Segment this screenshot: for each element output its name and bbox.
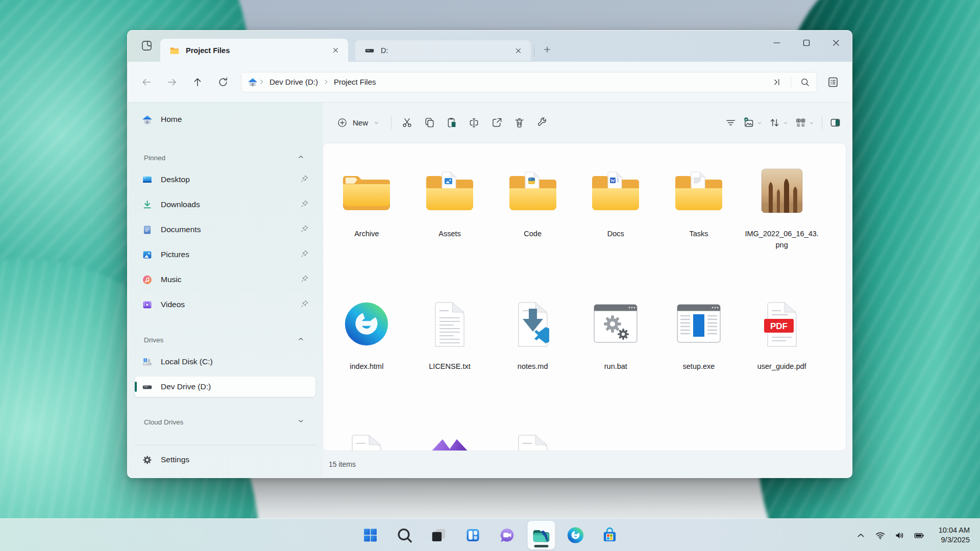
drive-win-icon [142,357,153,367]
file-icon-box [666,162,732,215]
file-item[interactable]: Docs [574,162,657,294]
sidebar-section-drives[interactable]: Drives [135,330,315,350]
file-item[interactable]: IMG_2022_06_16_43.png [740,162,823,294]
back-button[interactable] [136,71,157,93]
sidebar-item-pictures[interactable]: Pictures [135,244,315,265]
tb-search-icon [396,527,413,544]
file-item[interactable]: index.html [325,294,408,427]
file-name: Code [524,228,542,239]
file-item-partial[interactable] [491,427,574,451]
refresh-button[interactable] [212,71,234,93]
new-tab-button[interactable] [538,41,556,58]
sidebar-item-dev-drive-d[interactable]: Dev Drive (D:) [135,377,315,397]
paste-button[interactable] [440,113,463,133]
forward-button[interactable] [161,71,183,93]
sidebar-gap [133,134,318,147]
tab-list-icon [141,40,153,52]
tray-battery-button[interactable] [910,524,928,546]
command-list-button[interactable] [822,71,844,93]
filter-icon [725,117,737,129]
sidebar-item-downloads[interactable]: Downloads [135,194,315,215]
document-icon [142,224,153,235]
file-item[interactable]: Code [491,162,574,294]
file-item[interactable]: LICENSE.txt [408,294,492,427]
layout-grid-button[interactable] [792,113,818,133]
sidebar-item-label: Documents [161,225,201,234]
minimize-button[interactable] [762,31,792,55]
close-icon [830,37,842,48]
chat-icon [499,527,516,544]
tab-project-files[interactable]: Project Files [160,39,348,62]
rename-button[interactable] [463,113,485,133]
goto-end-button[interactable] [768,74,786,90]
filter-button[interactable] [722,113,740,133]
pin-icon-wrap [300,299,309,310]
tray-chevron-button[interactable] [852,524,870,546]
details-pane-icon [829,117,841,129]
view-image-check-icon [743,117,754,129]
file-item-partial[interactable]: { } [325,427,408,451]
tab-d-[interactable]: D: [355,40,531,61]
file-item[interactable]: run.bat [574,294,657,427]
sidebar-item-settings[interactable]: Settings [135,449,315,470]
file-item[interactable]: Archive [325,162,408,294]
taskbar-file-explorer-button[interactable] [528,521,555,549]
sidebar-item-local-disk-c[interactable]: Local Disk (C:) [135,352,315,372]
file-item[interactable]: notes.md [491,294,574,427]
delete-button[interactable] [508,113,530,133]
download-icon [142,199,153,210]
up-button[interactable] [187,71,208,93]
file-item[interactable]: setup.exe [657,294,741,427]
new-button[interactable]: New [331,112,387,134]
sidebar-divider [135,445,316,445]
clock[interactable]: 10:04 AM 9/3/2025 [935,523,974,547]
file-item-partial[interactable] [408,427,492,451]
taskbar-chat-button[interactable] [494,521,521,549]
tab-strip: Project FilesD: [128,31,852,62]
sidebar-section-pinned[interactable]: Pinned [135,147,315,168]
tray-volume-button[interactable] [891,524,909,546]
window-controls [762,31,851,55]
sidebar-item-videos[interactable]: Videos [135,294,315,315]
cut-button[interactable] [396,113,418,133]
tab-close-button[interactable] [510,43,526,58]
maximize-button[interactable] [792,31,821,55]
file-item[interactable]: Tasks [657,162,741,294]
sidebar-item-home[interactable]: Home [135,109,315,130]
sort-button[interactable] [766,113,792,133]
folder-tab-icon [169,45,180,56]
taskbar-search-button[interactable] [391,521,419,549]
close-button[interactable] [821,31,851,55]
details-pane-button[interactable] [826,113,844,133]
breadcrumb-segment[interactable]: Dev Drive (D:) [265,76,322,88]
search-button[interactable] [796,74,814,90]
view-image-check-button[interactable] [740,113,766,133]
tab-close-button[interactable] [328,43,343,58]
tray-wifi-button[interactable] [871,524,890,546]
sidebar-gap [133,319,318,330]
file-name: Tasks [689,228,708,239]
taskbar-edge-button[interactable] [562,521,590,549]
breadcrumb-segment[interactable]: Project Files [330,76,380,88]
share-button[interactable] [485,113,508,133]
copy-button[interactable] [418,113,440,133]
sidebar-item-music[interactable]: Music [135,269,315,290]
wrench-button[interactable] [530,113,553,133]
address-bar[interactable]: Dev Drive (D:)Project Files [241,72,817,92]
file-item[interactable]: Assets [408,162,492,294]
pin-icon [300,299,309,308]
file-item[interactable]: PDFuser_guide.pdf [740,294,823,427]
nav-buttons [136,71,234,93]
taskbar-widgets-button[interactable] [459,521,487,549]
sidebar-item-label: Settings [161,455,189,464]
sidebar-section-cloud-drives[interactable]: Cloud Drives [135,412,315,432]
taskbar-task-view-button[interactable] [425,521,453,549]
tab-list-button[interactable] [135,34,158,58]
file-icon-box [582,294,649,347]
sidebar-item-documents[interactable]: Documents [135,219,315,240]
taskbar-store-button[interactable] [596,521,624,549]
sidebar-item-label: Local Disk (C:) [161,357,213,366]
edge-logo-icon [342,300,391,347]
sidebar-item-desktop[interactable]: Desktop [135,169,315,190]
taskbar-start-button[interactable] [357,521,384,549]
